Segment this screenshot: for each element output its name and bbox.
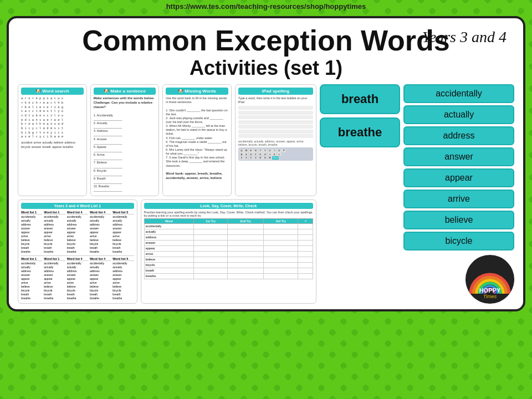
col-1st: 1st Try — [194, 218, 227, 223]
col-2nd: 2nd Try — [227, 218, 263, 223]
make-sentence-panel: 🐶 Make a sentence Make sentences with th… — [90, 84, 160, 196]
ipad-spelling-panel: iPad spelling Type a word, then write it… — [235, 84, 316, 196]
url-bar: https://www.tes.com/teaching-resources/s… — [0, 0, 532, 13]
table-row: breath — [144, 268, 313, 273]
center-word-breath: breath — [320, 84, 400, 114]
missing-words-title: 🐶 Missing Words — [166, 88, 228, 95]
table-row: accidentally — [144, 223, 313, 229]
table-row: actually — [144, 229, 313, 234]
col-check: ✓ — [298, 218, 313, 223]
center-words-panel: breath breathe — [320, 84, 400, 147]
look-say-panel: Look, Say, Cover, Write, Check Practise … — [141, 200, 316, 304]
center-word-breathe: breathe — [320, 117, 400, 147]
subtitle: Activities (set 1) — [18, 57, 514, 80]
word-btn-bicycle[interactable]: bicycle — [403, 232, 514, 250]
word-btn-answer[interactable]: answer — [403, 147, 514, 166]
word-btn-believe[interactable]: believe — [403, 211, 514, 229]
word-search-panel: 🐶 Word search a r o r e p p o a c w s r … — [18, 84, 87, 196]
ipad-spelling-title: iPad spelling — [238, 88, 313, 95]
make-sentence-title: 🐶 Make a sentence — [94, 88, 156, 95]
table-row: appear — [144, 245, 313, 251]
table-row: bicycle — [144, 262, 313, 268]
dog-icon3: 🐶 — [178, 89, 183, 94]
col-word: Word — [144, 218, 194, 223]
word-btn-actually[interactable]: actually — [403, 105, 514, 124]
table-row: believe — [144, 257, 313, 262]
word-btn-arrive[interactable]: arrive — [403, 190, 514, 208]
word-btn-address[interactable]: address — [403, 126, 514, 145]
table-row: breathe — [144, 273, 313, 279]
right-words-panel: accidentally actually address answer app… — [403, 84, 514, 304]
main-card: Common Exception Words Years 3 and 4 Act… — [7, 16, 525, 311]
word-search-title: 🐶 Word search — [21, 88, 84, 95]
years-label: Years 3 and 4 — [422, 28, 507, 46]
table-row: address — [144, 234, 313, 240]
dog-icon: 🐶 — [35, 89, 41, 94]
table-row: arrive — [144, 251, 313, 257]
word-list-panel: Years 3 and 4 Word List 1 Word list 1 ac… — [18, 200, 137, 304]
logo: HOPPY Times — [403, 255, 514, 304]
missing-words-panel: 🐶 Missing Words Use the word bank to fil… — [162, 84, 232, 196]
word-btn-accidentally[interactable]: accidentally — [403, 84, 514, 103]
table-row: answer — [144, 240, 313, 245]
word-list-title: Years 3 and 4 Word List 1 — [21, 203, 134, 209]
dog-icon2: 🐶 — [104, 89, 109, 94]
look-say-title: Look, Say, Cover, Write, Check — [144, 203, 313, 209]
col-3rd: 3rd Try — [264, 218, 298, 223]
word-btn-appear[interactable]: appear — [403, 168, 514, 187]
